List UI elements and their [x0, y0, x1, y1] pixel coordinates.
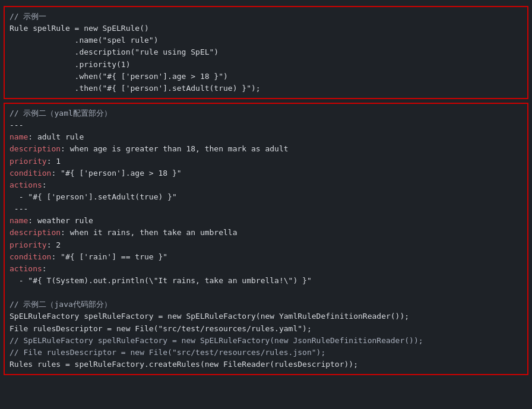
code-block-2: // 示例二（yaml配置部分） --- name: adult rule de…	[4, 103, 528, 375]
code-block-1: // 示例一 Rule spelRule = new SpELRule() .n…	[4, 6, 528, 99]
code-block-2-content: // 示例二（yaml配置部分） --- name: adult rule de…	[10, 107, 522, 370]
code-container: // 示例一 Rule spelRule = new SpELRule() .n…	[0, 0, 532, 409]
code-block-1-content: // 示例一 Rule spelRule = new SpELRule() .n…	[10, 11, 522, 94]
